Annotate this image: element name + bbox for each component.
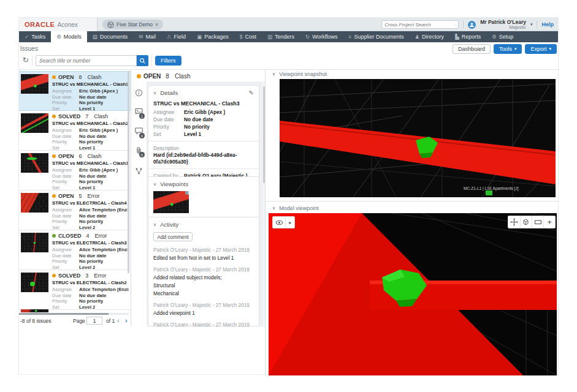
nav-tab-models[interactable]: ⚙ Models bbox=[51, 31, 87, 42]
nav-tab-field[interactable]: ⚠ Field bbox=[161, 31, 191, 42]
zoom-window-button[interactable] bbox=[532, 216, 544, 228]
field-value: Alice Templeton (Enzic... bbox=[79, 207, 129, 213]
nav-tab-tasks[interactable]: ✓ Tasks bbox=[19, 31, 51, 42]
issue-list-item[interactable]: OPEN 6 Clash STRUC vs MECHANICAL - Clash… bbox=[19, 151, 131, 190]
viewpoint-snapshot-header[interactable]: ∨ Viewpoint snapshot bbox=[272, 71, 327, 77]
issue-number: 6 bbox=[79, 153, 82, 159]
field-value: Level 1 bbox=[79, 145, 95, 151]
orbit-button[interactable] bbox=[520, 216, 532, 228]
dashboard-button[interactable]: Dashboard bbox=[453, 44, 491, 54]
nav-tab-setup[interactable]: ⚙ Setup bbox=[486, 31, 519, 42]
project-selector[interactable]: Five Star Demo ∨ bbox=[102, 20, 163, 29]
user-menu[interactable]: Mr Patrick O'Leary Majestic bbox=[480, 20, 526, 30]
page-number-input[interactable] bbox=[86, 317, 102, 325]
nav-tab-label: Field bbox=[174, 34, 186, 40]
field-label: Priority bbox=[52, 100, 79, 106]
info-icon[interactable] bbox=[135, 89, 143, 97]
nav-tab-cost[interactable]: $ Cost bbox=[234, 31, 262, 42]
chevron-down-icon: ▾ bbox=[549, 47, 551, 51]
nav-tab-label: Packages bbox=[204, 34, 229, 40]
activity-meta: Patrick O'Leary - Majestic - 27 March 20… bbox=[153, 322, 254, 326]
model-viewpoint-header[interactable]: ∨ Model viewpoint bbox=[272, 205, 319, 211]
page-title: Issues bbox=[20, 45, 38, 52]
search-button[interactable] bbox=[137, 55, 148, 66]
field-value: Level 2 bbox=[79, 265, 95, 271]
field-value: No due date bbox=[79, 134, 107, 140]
issue-title: STRUC vs ELECTRICAL - Clash4 bbox=[52, 200, 129, 206]
export-button[interactable]: Export▾ bbox=[525, 44, 557, 54]
activity-section-header[interactable]: ∨ Activity bbox=[153, 221, 254, 228]
details-section-header[interactable]: ∨ Details ✎ bbox=[153, 89, 254, 96]
chevron-right-icon: ▸ bbox=[289, 220, 291, 225]
field-label: Due date bbox=[52, 94, 79, 100]
nav-tab-packages[interactable]: ▣ Packages bbox=[191, 31, 234, 42]
field-value: No priority bbox=[79, 298, 103, 304]
add-comment-button[interactable]: Add comment bbox=[153, 232, 193, 241]
viewpoint-badge: 1 bbox=[185, 191, 189, 195]
cross-project-search[interactable] bbox=[381, 20, 459, 29]
nav-tab-tenders[interactable]: ▥ Tenders bbox=[262, 31, 300, 42]
comment-count-badge: 0 bbox=[139, 133, 145, 138]
field-value: No priority bbox=[79, 139, 103, 145]
viewpoints-label: Viewpoints bbox=[160, 181, 188, 187]
activity-list: Patrick O'Leary - Majestic - 27 March 20… bbox=[153, 247, 254, 326]
detail-title: STRUC vs MECHANICAL - Clash3 bbox=[153, 100, 254, 107]
field-label: Due date bbox=[52, 293, 79, 299]
status-dot bbox=[52, 274, 56, 277]
issue-list-item[interactable]: CLOSED 4 Error STRUC vs ELECTRICAL - Cla… bbox=[19, 230, 131, 270]
edit-icon[interactable]: ✎ bbox=[249, 89, 254, 96]
issue-type: Error bbox=[88, 193, 100, 199]
chevron-down-icon: ▾ bbox=[530, 22, 533, 27]
issue-thumbnail bbox=[21, 193, 48, 213]
nav-tab-directory[interactable]: ♟ Directory bbox=[409, 31, 449, 42]
pagination-of-label: of 1 bbox=[106, 318, 115, 324]
activity-entry: Patrick O'Leary - Majestic - 27 March 20… bbox=[153, 322, 254, 326]
field-value: No due date bbox=[79, 293, 107, 299]
nav-tab-label: Cost bbox=[245, 34, 256, 40]
next-page-icon[interactable]: › bbox=[125, 317, 128, 324]
cross-project-search-input[interactable] bbox=[382, 22, 455, 28]
refresh-icon[interactable]: ↺ bbox=[23, 56, 29, 64]
filters-button[interactable]: Filters bbox=[155, 56, 182, 66]
viewpoints-card: ∨ Viewpoints 1 bbox=[148, 176, 259, 217]
model-viewpoint-canvas[interactable]: ▸ + bbox=[269, 213, 557, 375]
activity-entry: Patrick O'Leary - Majestic - 27 March 20… bbox=[153, 302, 254, 316]
issue-list-item[interactable]: SOLVED 3 Error STRUC vs ELECTRICAL - Cla… bbox=[19, 270, 131, 310]
tools-button[interactable]: Tools▾ bbox=[494, 44, 522, 54]
list-hscrollbar[interactable] bbox=[19, 313, 109, 315]
issue-list-item[interactable]: OPEN 8 Clash STRUC vs MECHANICAL - Clash… bbox=[19, 71, 131, 111]
issue-list-item[interactable]: OPEN 5 Error STRUC vs ELECTRICAL - Clash… bbox=[19, 190, 131, 230]
status-dot bbox=[52, 75, 56, 79]
field-value: No due date bbox=[79, 213, 107, 219]
nav-tab-documents[interactable]: ▤ Documents bbox=[87, 31, 134, 42]
prev-page-icon[interactable]: ‹ bbox=[117, 317, 120, 324]
field-value: Level 1 bbox=[79, 185, 95, 191]
pan-icon bbox=[510, 218, 518, 226]
issue-type: Clash bbox=[88, 153, 102, 159]
nav-tab-label: Workflows bbox=[312, 34, 337, 40]
expand-controls-button[interactable]: ▸ bbox=[286, 217, 294, 228]
viewpoints-section-header[interactable]: ∨ Viewpoints bbox=[153, 181, 254, 187]
visibility-button[interactable] bbox=[273, 217, 285, 228]
pan-button[interactable] bbox=[508, 216, 520, 228]
zoom-in-button[interactable]: + bbox=[544, 216, 555, 228]
issue-thumbnail bbox=[21, 74, 48, 94]
nav-tab-label: Supplier Documents bbox=[354, 34, 403, 40]
issue-search-input[interactable] bbox=[36, 55, 137, 66]
viewpoint-thumbnail[interactable]: 1 bbox=[153, 191, 189, 213]
detail-scrollbar[interactable] bbox=[263, 86, 265, 183]
issue-title: STRUC vs MECHANICAL - Clash2 bbox=[52, 121, 129, 126]
related-models-icon[interactable] bbox=[135, 167, 143, 175]
nav-tab-mail[interactable]: ✉ Mail bbox=[133, 31, 161, 42]
activity-text: Structural bbox=[153, 282, 254, 288]
issue-list-item[interactable]: SOLVED 7 Clash STRUC vs MECHANICAL - Cla… bbox=[19, 111, 131, 151]
issue-title: STRUC vs MECHANICAL - Clash1 bbox=[52, 160, 129, 166]
chevron-down-icon: ∨ bbox=[272, 72, 275, 77]
nav-tab-supplier-documents[interactable]: ≡ Supplier Documents bbox=[343, 31, 409, 42]
list-scrollbar[interactable] bbox=[128, 71, 129, 273]
nav-tab-icon: ⚙ bbox=[492, 34, 497, 40]
help-link[interactable]: Help bbox=[541, 21, 556, 28]
nav-tab-reports[interactable]: ▙ Reports bbox=[449, 31, 486, 42]
field-label: Priority bbox=[153, 123, 184, 130]
nav-tab-workflows[interactable]: ↻ Workflows bbox=[300, 31, 343, 42]
